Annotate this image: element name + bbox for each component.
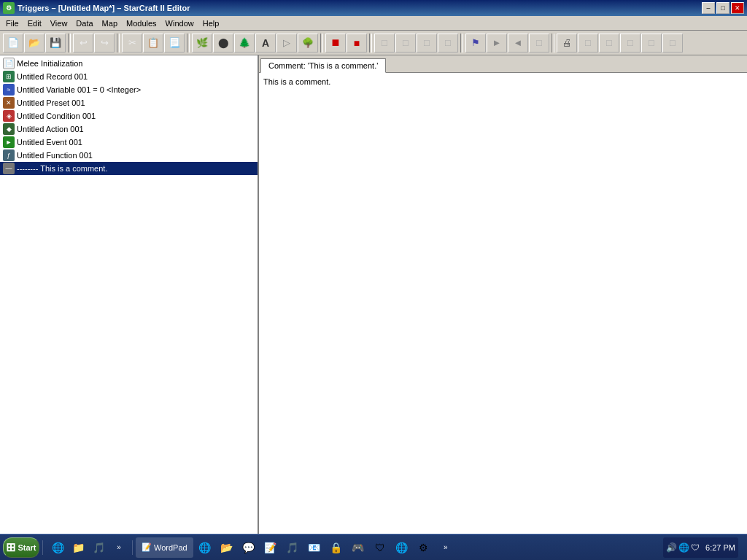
toolbar-btn-18[interactable]: ■ xyxy=(325,34,346,52)
toolbar-btn-26[interactable]: ⚑ xyxy=(465,34,486,52)
taskbar-folder-icon[interactable]: 📁 xyxy=(68,537,88,558)
taskbar-app4-icon[interactable]: 🎵 xyxy=(282,537,303,558)
menu-item-view[interactable]: View xyxy=(46,16,72,31)
toolbar-btn-11[interactable]: 🌿 xyxy=(192,34,212,52)
toolbar-btn-28[interactable]: ◄ xyxy=(508,34,528,52)
taskbar-app7-icon[interactable]: 🎮 xyxy=(348,537,368,558)
toolbar-sep-30 xyxy=(551,34,554,52)
tree-item-6[interactable]: ►Untitled Event 001 xyxy=(0,136,258,149)
menu-item-edit[interactable]: Edit xyxy=(23,16,46,31)
toolbar-btn-32[interactable]: □ xyxy=(578,34,598,52)
toolbar-btn-36[interactable]: □ xyxy=(662,34,683,52)
toolbar-btn-12[interactable]: ⬤ xyxy=(213,34,233,52)
tree-item-4[interactable]: ◈Untitled Condition 001 xyxy=(0,109,258,122)
taskbar-ie2-icon[interactable]: 🌐 xyxy=(195,537,215,558)
tree-item-3[interactable]: ✕Untitled Preset 001 xyxy=(0,96,258,109)
taskbar-app3-icon[interactable]: 📝 xyxy=(260,537,281,558)
taskbar-folder2-icon[interactable]: 📂 xyxy=(217,537,237,558)
toolbar-btn-15[interactable]: ▷ xyxy=(276,34,297,52)
notif-network-icon: 🌐 xyxy=(678,542,689,553)
title-bar: ⚙ Triggers – [Untitled Map*] – StarCraft… xyxy=(0,0,747,16)
taskbar-media-icon[interactable]: 🎵 xyxy=(88,537,109,558)
toolbar-btn-27[interactable]: ► xyxy=(487,34,507,52)
toolbar-btn-8[interactable]: 📋 xyxy=(143,34,163,52)
toolbar-btn-35[interactable]: □ xyxy=(641,34,662,52)
tree-icon-2: ≈ xyxy=(3,84,15,96)
tree-item-8[interactable]: —-------- This is a comment. xyxy=(0,162,258,175)
taskbar-sep-1 xyxy=(42,540,43,555)
tree-label-2: Untitled Variable 001 = 0 <Integer> xyxy=(17,85,141,94)
title-bar-text: Triggers – [Untitled Map*] – StarCraft I… xyxy=(18,4,190,12)
title-bar-left: ⚙ Triggers – [Untitled Map*] – StarCraft… xyxy=(3,2,190,14)
toolbar-btn-29[interactable]: □ xyxy=(529,34,549,52)
tree-icon-8: — xyxy=(3,163,15,174)
tree-icon-0: 📄 xyxy=(3,58,15,69)
tree-icon-3: ✕ xyxy=(3,97,15,109)
toolbar-btn-13[interactable]: 🌲 xyxy=(234,34,255,52)
toolbar-sep-20 xyxy=(369,34,372,52)
toolbar-btn-24[interactable]: □ xyxy=(438,34,458,52)
toolbar-btn-34[interactable]: □ xyxy=(620,34,640,52)
toolbar-sep-6 xyxy=(117,34,120,52)
taskbar-expand2-icon[interactable]: » xyxy=(436,537,456,558)
taskbar-app9-icon[interactable]: 🌐 xyxy=(392,537,412,558)
main-content: 📄Melee Initialization⊞Untitled Record 00… xyxy=(0,55,747,534)
toolbar-btn-14[interactable]: A xyxy=(255,34,276,52)
notification-area: 🔊 🌐 🛡 6:27 PM xyxy=(663,537,738,558)
comment-tab[interactable]: Comment: 'This is a comment.' xyxy=(260,58,386,73)
toolbar-btn-2[interactable]: 💾 xyxy=(45,34,66,52)
tree-item-7[interactable]: ƒUntitled Function 001 xyxy=(0,149,258,162)
taskbar-app2-icon[interactable]: 💬 xyxy=(239,537,259,558)
taskbar: ⊞ Start 🌐 📁 🎵 » 📝 WordPad 🌐 📂 💬 📝 🎵 📧 🔒 … xyxy=(0,534,747,560)
tree-item-1[interactable]: ⊞Untitled Record 001 xyxy=(0,70,258,83)
tree-label-3: Untitled Preset 001 xyxy=(17,98,85,107)
restore-button[interactable]: □ xyxy=(716,2,729,14)
toolbar-btn-33[interactable]: □ xyxy=(599,34,619,52)
tree-label-4: Untitled Condition 001 xyxy=(17,112,96,120)
close-button[interactable]: ✕ xyxy=(731,2,744,14)
tree-label-6: Untitled Event 001 xyxy=(17,138,82,147)
menu-bar: FileEditViewDataMapModulesWindowHelp xyxy=(0,16,747,31)
tree-icon-4: ◈ xyxy=(3,110,15,122)
toolbar-btn-22[interactable]: □ xyxy=(395,34,416,52)
toolbar-btn-1[interactable]: 📂 xyxy=(24,34,44,52)
toolbar-btn-4[interactable]: ↩ xyxy=(73,34,93,52)
tree-label-7: Untitled Function 001 xyxy=(17,151,93,160)
quick-launch: 🌐 📁 🎵 » xyxy=(47,537,129,558)
tree-icon-1: ⊞ xyxy=(3,71,15,82)
app-icon: ⚙ xyxy=(3,2,15,14)
tree-icon-5: ◆ xyxy=(3,123,15,135)
toolbar-btn-23[interactable]: □ xyxy=(417,34,437,52)
taskbar-app10-icon[interactable]: ⚙ xyxy=(414,537,434,558)
tree-label-0: Melee Initialization xyxy=(17,59,83,68)
taskbar-app8-icon[interactable]: 🛡 xyxy=(370,537,390,558)
taskbar-app5-icon[interactable]: 📧 xyxy=(304,537,325,558)
tree-item-5[interactable]: ◆Untitled Action 001 xyxy=(0,122,258,136)
toolbar-btn-31[interactable]: 🖨 xyxy=(557,34,577,52)
start-button[interactable]: ⊞ Start xyxy=(3,537,39,558)
menu-item-map[interactable]: Map xyxy=(98,16,122,31)
tree-item-2[interactable]: ≈Untitled Variable 001 = 0 <Integer> xyxy=(0,83,258,96)
minimize-button[interactable]: – xyxy=(702,2,715,14)
menu-item-file[interactable]: File xyxy=(1,16,23,31)
tree-item-0[interactable]: 📄Melee Initialization xyxy=(0,57,258,70)
toolbar-btn-0[interactable]: 📄 xyxy=(3,34,23,52)
menu-item-modules[interactable]: Modules xyxy=(122,16,161,31)
toolbar-btn-16[interactable]: 🌳 xyxy=(298,34,318,52)
toolbar-btn-19[interactable]: ■ xyxy=(347,34,367,52)
toolbar-btn-5[interactable]: ↪ xyxy=(94,34,115,52)
taskbar-app-btn[interactable]: 📝 WordPad xyxy=(136,537,193,558)
taskbar-ie-icon[interactable]: 🌐 xyxy=(47,537,68,558)
left-panel: 📄Melee Initialization⊞Untitled Record 00… xyxy=(0,55,259,534)
taskbar-expand-icon[interactable]: » xyxy=(109,537,129,558)
menu-item-data[interactable]: Data xyxy=(71,16,97,31)
menu-item-window[interactable]: Window xyxy=(161,16,198,31)
toolbar-btn-7[interactable]: ✂ xyxy=(122,34,142,52)
toolbar-btn-21[interactable]: □ xyxy=(374,34,395,52)
notif-shield-icon: 🛡 xyxy=(691,542,700,553)
menu-item-help[interactable]: Help xyxy=(198,16,224,31)
toolbar: 📄📂💾↩↪✂📋📃🌿⬤🌲A▷🌳■■□□□□⚑►◄□🖨□□□□□ xyxy=(0,31,747,55)
taskbar-clock: 🔊 🌐 🛡 6:27 PM xyxy=(657,537,744,558)
taskbar-app6-icon[interactable]: 🔒 xyxy=(326,537,347,558)
toolbar-btn-9[interactable]: 📃 xyxy=(164,34,185,52)
